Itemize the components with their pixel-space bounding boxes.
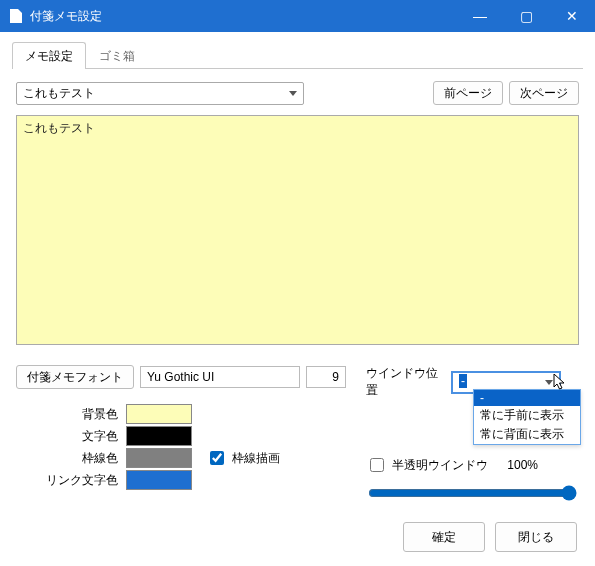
- link-color-label: リンク文字色: [16, 472, 126, 489]
- tab-strip: メモ設定 ゴミ箱: [12, 42, 583, 69]
- draw-border-input[interactable]: [210, 451, 224, 465]
- maximize-button[interactable]: ▢: [503, 0, 549, 32]
- font-size-field: 9: [306, 366, 346, 388]
- minimize-button[interactable]: —: [457, 0, 503, 32]
- memo-preview-text: これもテスト: [23, 121, 95, 135]
- app-icon: [10, 9, 22, 23]
- close-button[interactable]: ✕: [549, 0, 595, 32]
- fg-color-label: 文字色: [16, 428, 126, 445]
- draw-border-label: 枠線描画: [232, 450, 280, 467]
- window-title: 付箋メモ設定: [30, 8, 457, 25]
- window-position-option-1[interactable]: 常に手前に表示: [474, 406, 580, 425]
- font-button[interactable]: 付箋メモフォント: [16, 365, 134, 389]
- border-color-label: 枠線色: [16, 450, 126, 467]
- bg-color-swatch[interactable]: [126, 404, 192, 424]
- link-color-swatch[interactable]: [126, 470, 192, 490]
- window-position-option-2[interactable]: 常に背面に表示: [474, 425, 580, 444]
- fg-color-swatch[interactable]: [126, 426, 192, 446]
- opacity-percent: 100%: [498, 458, 538, 472]
- memo-select[interactable]: これもテスト: [16, 82, 304, 105]
- memo-select-wrap: これもテスト: [16, 82, 304, 105]
- window-position-value: -: [459, 374, 467, 388]
- translucent-checkbox[interactable]: 半透明ウインドウ: [366, 455, 488, 475]
- window-position-label: ウインドウ位置: [366, 365, 444, 399]
- font-name-field: Yu Gothic UI: [140, 366, 300, 388]
- opacity-slider[interactable]: [368, 483, 577, 503]
- tab-trash[interactable]: ゴミ箱: [86, 42, 148, 69]
- title-bar: 付箋メモ設定 — ▢ ✕: [0, 0, 595, 32]
- draw-border-checkbox[interactable]: 枠線描画: [206, 448, 280, 468]
- window-position-option-0[interactable]: -: [474, 390, 580, 406]
- translucent-label: 半透明ウインドウ: [392, 457, 488, 474]
- window-position-dropdown[interactable]: - 常に手前に表示 常に背面に表示: [473, 389, 581, 445]
- ok-button[interactable]: 確定: [403, 522, 485, 552]
- translucent-input[interactable]: [370, 458, 384, 472]
- tab-memo-settings[interactable]: メモ設定: [12, 42, 86, 69]
- memo-preview[interactable]: これもテスト: [16, 115, 579, 345]
- next-page-button[interactable]: 次ページ: [509, 81, 579, 105]
- bg-color-label: 背景色: [16, 406, 126, 423]
- prev-page-button[interactable]: 前ページ: [433, 81, 503, 105]
- close-dialog-button[interactable]: 閉じる: [495, 522, 577, 552]
- border-color-swatch[interactable]: [126, 448, 192, 468]
